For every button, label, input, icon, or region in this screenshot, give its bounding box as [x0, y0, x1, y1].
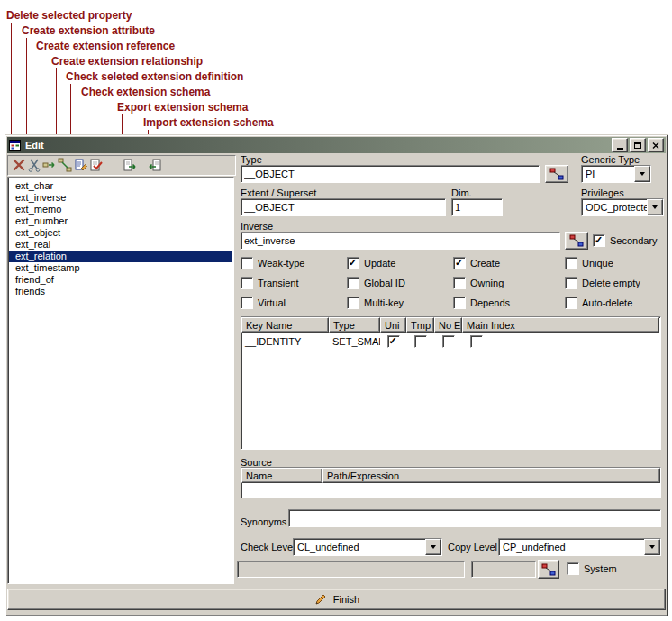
virtual-checkbox[interactable]: Virtual — [241, 297, 286, 309]
owning-checkbox[interactable]: Owning — [453, 277, 504, 289]
list-item[interactable]: ext_inverse — [9, 192, 232, 204]
no-e-cell — [434, 335, 462, 348]
checkbox-box[interactable] — [593, 234, 605, 247]
type-input[interactable] — [241, 165, 540, 183]
lookup-button[interactable] — [538, 560, 559, 579]
delete-icon — [12, 158, 26, 172]
bottom-small-field[interactable] — [471, 561, 536, 578]
checkbox-box[interactable] — [565, 277, 577, 289]
dropdown-button[interactable] — [634, 166, 650, 182]
depends-checkbox[interactable]: Depends — [453, 297, 510, 309]
dropdown-button[interactable] — [647, 199, 663, 215]
dim-label: Dim. — [451, 187, 472, 198]
secondary-checkbox[interactable]: Secondary — [593, 234, 658, 247]
checkbox-box[interactable] — [347, 297, 359, 309]
check-level-select[interactable]: CL_undefined — [293, 538, 442, 556]
checkbox-box[interactable] — [241, 297, 253, 309]
synonyms-input[interactable] — [288, 509, 661, 527]
key-table-header-cell[interactable]: No E — [434, 317, 462, 333]
checkbox-box[interactable] — [347, 257, 359, 269]
flag-label: Transient — [258, 278, 298, 288]
source-header-cell[interactable]: Path/Expression — [322, 468, 660, 483]
key-table: Key Name Type Uni Tmp No E Main Index __… — [241, 316, 661, 450]
dropdown-button[interactable] — [644, 539, 660, 555]
checkbox-box[interactable] — [241, 257, 253, 269]
list-item[interactable]: friends — [9, 286, 232, 297]
properties-list[interactable]: ext_char ext_inverse ext_memo ext_number… — [7, 177, 234, 584]
list-item[interactable]: ext_real — [9, 239, 232, 251]
dim-input[interactable] — [451, 198, 503, 216]
copy-level-select[interactable]: CP_undefined — [498, 538, 661, 556]
relation-lookup-icon — [541, 563, 556, 576]
list-item-selected[interactable]: ext_relation — [9, 251, 232, 262]
annotation-label: Export extension schema — [117, 101, 248, 114]
key-table-header-cell[interactable]: Main Index — [462, 317, 659, 333]
check-extension-schema-button[interactable] — [88, 157, 104, 172]
transient-checkbox[interactable]: Transient — [241, 277, 298, 289]
flag-label: Auto-delete — [582, 297, 632, 308]
checkbox-box[interactable] — [453, 277, 466, 289]
create-extension-relationship-button[interactable] — [57, 157, 72, 172]
key-name-cell: __IDENTITY — [241, 336, 329, 347]
create-extension-reference-button[interactable] — [41, 157, 57, 172]
check-selected-extension-definition-button[interactable] — [73, 157, 88, 172]
weak-type-checkbox[interactable]: Weak-type — [241, 257, 304, 269]
checkbox-box[interactable] — [567, 562, 579, 575]
generic-type-select[interactable]: PI — [581, 165, 651, 183]
relation-lookup-icon — [569, 234, 584, 247]
key-table-header-cell[interactable]: Uni — [380, 317, 406, 333]
type-browse-button[interactable] — [545, 165, 568, 183]
checkbox-box[interactable] — [453, 257, 466, 269]
window-title: Edit — [25, 140, 610, 151]
key-table-header-cell[interactable]: Tmp — [406, 317, 434, 333]
annotation-line — [122, 114, 123, 134]
global-id-checkbox[interactable]: Global ID — [347, 277, 405, 289]
import-extension-schema-button[interactable] — [147, 157, 162, 172]
delete-empty-checkbox[interactable]: Delete empty — [565, 277, 640, 289]
uni-checkbox[interactable] — [387, 335, 400, 348]
no-e-checkbox[interactable] — [442, 335, 455, 348]
chevron-down-icon — [649, 545, 655, 549]
checkbox-box[interactable] — [241, 277, 253, 289]
source-header-cell[interactable]: Name — [241, 468, 322, 483]
checkbox-box[interactable] — [453, 297, 466, 309]
checkbox-box[interactable] — [565, 297, 577, 309]
checkbox-box[interactable] — [347, 277, 359, 289]
key-table-header-cell[interactable]: Type — [329, 317, 380, 333]
key-table-row[interactable]: __IDENTITY SET_SMAL — [241, 333, 660, 350]
minimize-button[interactable] — [612, 138, 628, 152]
system-checkbox[interactable]: System — [567, 562, 617, 575]
titlebar[interactable]: Edit — [7, 137, 666, 153]
key-table-header-cell[interactable]: Key Name — [241, 317, 329, 333]
create-extension-attribute-button[interactable] — [26, 157, 41, 172]
export-extension-schema-button[interactable] — [122, 157, 137, 172]
create-checkbox[interactable]: Create — [453, 257, 500, 269]
flag-label: Depends — [470, 297, 510, 308]
system-label: System — [584, 563, 617, 574]
tmp-checkbox[interactable] — [414, 335, 427, 348]
auto-delete-checkbox[interactable]: Auto-delete — [565, 297, 632, 309]
main-index-checkbox[interactable] — [470, 335, 483, 348]
update-checkbox[interactable]: Update — [347, 257, 395, 269]
maximize-button[interactable] — [630, 138, 646, 152]
inverse-input[interactable] — [241, 232, 560, 250]
list-item[interactable]: ext_object — [9, 227, 232, 239]
unique-checkbox[interactable]: Unique — [565, 257, 613, 269]
finish-button[interactable]: Finish — [7, 589, 666, 610]
list-item[interactable]: ext_number — [9, 215, 232, 227]
checkbox-box[interactable] — [565, 257, 577, 269]
extent-superset-input[interactable] — [241, 198, 446, 216]
list-item[interactable]: ext_memo — [9, 204, 232, 215]
inverse-browse-button[interactable] — [565, 232, 588, 250]
list-item[interactable]: ext_timestamp — [9, 262, 232, 274]
multi-key-checkbox[interactable]: Multi-key — [347, 297, 404, 309]
dropdown-button[interactable] — [425, 539, 441, 555]
list-item[interactable]: ext_char — [9, 180, 232, 192]
close-button[interactable] — [648, 138, 664, 152]
bottom-value-field[interactable] — [237, 561, 465, 578]
annotation-label: Check extension schema — [81, 86, 210, 98]
edit-window: Edit ext_char ext_inverse ext_memo ext_n… — [5, 134, 668, 616]
list-item[interactable]: friend_of — [9, 274, 232, 286]
privileges-select[interactable]: ODC_protected — [581, 198, 664, 216]
delete-selected-property-button[interactable] — [11, 157, 26, 172]
